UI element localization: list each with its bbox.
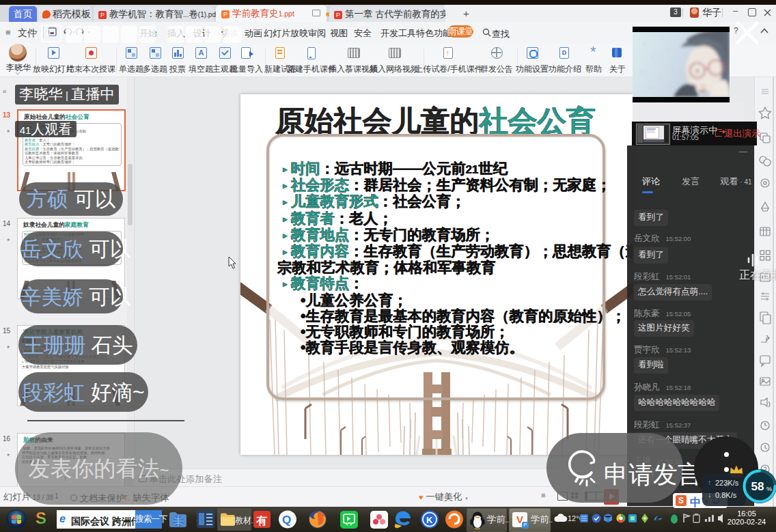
svg-text:有: 有 bbox=[255, 515, 267, 527]
svg-text:Q: Q bbox=[282, 514, 291, 527]
svg-text:%: % bbox=[766, 486, 772, 492]
svg-text:58: 58 bbox=[751, 480, 764, 493]
svg-text:K: K bbox=[426, 515, 433, 525]
svg-text:教材..: 教材.. bbox=[235, 516, 255, 525]
